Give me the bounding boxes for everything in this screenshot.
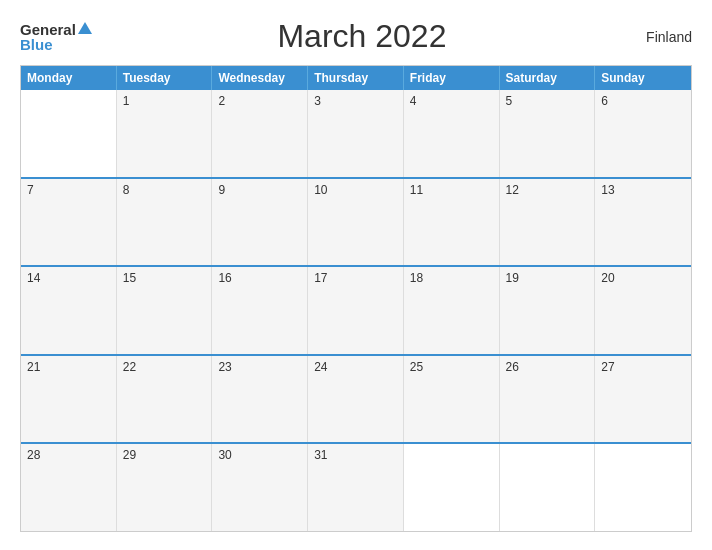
- calendar-day-cell: 19: [500, 267, 596, 354]
- day-number: 26: [506, 360, 589, 374]
- calendar-header-cell: Sunday: [595, 66, 691, 90]
- calendar-header-cell: Friday: [404, 66, 500, 90]
- calendar-header-cell: Tuesday: [117, 66, 213, 90]
- day-number: 22: [123, 360, 206, 374]
- day-number: 2: [218, 94, 301, 108]
- day-number: 31: [314, 448, 397, 462]
- calendar-day-cell: 3: [308, 90, 404, 177]
- calendar-body: 1234567891011121314151617181920212223242…: [21, 90, 691, 531]
- day-number: 19: [506, 271, 589, 285]
- calendar-header-cell: Wednesday: [212, 66, 308, 90]
- calendar-day-cell: 6: [595, 90, 691, 177]
- calendar-day-cell: [500, 444, 596, 531]
- calendar-day-cell: 13: [595, 179, 691, 266]
- calendar-day-cell: 21: [21, 356, 117, 443]
- country-label: Finland: [632, 29, 692, 45]
- calendar-header-cell: Thursday: [308, 66, 404, 90]
- calendar-day-cell: 18: [404, 267, 500, 354]
- day-number: 1: [123, 94, 206, 108]
- day-number: 30: [218, 448, 301, 462]
- calendar-day-cell: 2: [212, 90, 308, 177]
- day-number: 28: [27, 448, 110, 462]
- day-number: 14: [27, 271, 110, 285]
- day-number: 21: [27, 360, 110, 374]
- day-number: 8: [123, 183, 206, 197]
- calendar-day-cell: 10: [308, 179, 404, 266]
- day-number: 17: [314, 271, 397, 285]
- day-number: 23: [218, 360, 301, 374]
- calendar-day-cell: [404, 444, 500, 531]
- calendar-week: 123456: [21, 90, 691, 177]
- day-number: 15: [123, 271, 206, 285]
- header: General Blue March 2022 Finland: [20, 18, 692, 55]
- calendar-day-cell: 5: [500, 90, 596, 177]
- calendar-day-cell: 15: [117, 267, 213, 354]
- day-number: 4: [410, 94, 493, 108]
- calendar: MondayTuesdayWednesdayThursdayFridaySatu…: [20, 65, 692, 532]
- calendar-day-cell: 4: [404, 90, 500, 177]
- day-number: 10: [314, 183, 397, 197]
- day-number: 13: [601, 183, 685, 197]
- day-number: 7: [27, 183, 110, 197]
- calendar-week: 21222324252627: [21, 354, 691, 443]
- day-number: 25: [410, 360, 493, 374]
- logo-triangle-icon: [78, 22, 92, 34]
- calendar-day-cell: 1: [117, 90, 213, 177]
- day-number: 16: [218, 271, 301, 285]
- day-number: 11: [410, 183, 493, 197]
- calendar-week: 14151617181920: [21, 265, 691, 354]
- calendar-day-cell: 11: [404, 179, 500, 266]
- calendar-day-cell: 25: [404, 356, 500, 443]
- calendar-day-cell: 17: [308, 267, 404, 354]
- day-number: 6: [601, 94, 685, 108]
- calendar-day-cell: 31: [308, 444, 404, 531]
- day-number: 24: [314, 360, 397, 374]
- calendar-header-cell: Monday: [21, 66, 117, 90]
- calendar-header-cell: Saturday: [500, 66, 596, 90]
- calendar-day-cell: 7: [21, 179, 117, 266]
- day-number: 9: [218, 183, 301, 197]
- calendar-day-cell: 8: [117, 179, 213, 266]
- calendar-day-cell: 24: [308, 356, 404, 443]
- day-number: 29: [123, 448, 206, 462]
- page: General Blue March 2022 Finland MondayTu…: [0, 0, 712, 550]
- calendar-day-cell: 23: [212, 356, 308, 443]
- calendar-week: 28293031: [21, 442, 691, 531]
- calendar-day-cell: [595, 444, 691, 531]
- day-number: 20: [601, 271, 685, 285]
- logo-blue-text: Blue: [20, 37, 53, 52]
- calendar-week: 78910111213: [21, 177, 691, 266]
- calendar-day-cell: 30: [212, 444, 308, 531]
- day-number: 3: [314, 94, 397, 108]
- day-number: 12: [506, 183, 589, 197]
- calendar-day-cell: 28: [21, 444, 117, 531]
- day-number: 18: [410, 271, 493, 285]
- calendar-day-cell: 29: [117, 444, 213, 531]
- calendar-title: March 2022: [92, 18, 632, 55]
- calendar-day-cell: 26: [500, 356, 596, 443]
- calendar-day-cell: 12: [500, 179, 596, 266]
- calendar-day-cell: [21, 90, 117, 177]
- calendar-day-cell: 22: [117, 356, 213, 443]
- day-number: 5: [506, 94, 589, 108]
- calendar-day-cell: 20: [595, 267, 691, 354]
- calendar-day-cell: 14: [21, 267, 117, 354]
- calendar-header-row: MondayTuesdayWednesdayThursdayFridaySatu…: [21, 66, 691, 90]
- day-number: 27: [601, 360, 685, 374]
- calendar-day-cell: 27: [595, 356, 691, 443]
- calendar-day-cell: 9: [212, 179, 308, 266]
- calendar-day-cell: 16: [212, 267, 308, 354]
- logo-general-text: General: [20, 22, 76, 37]
- logo: General Blue: [20, 22, 92, 52]
